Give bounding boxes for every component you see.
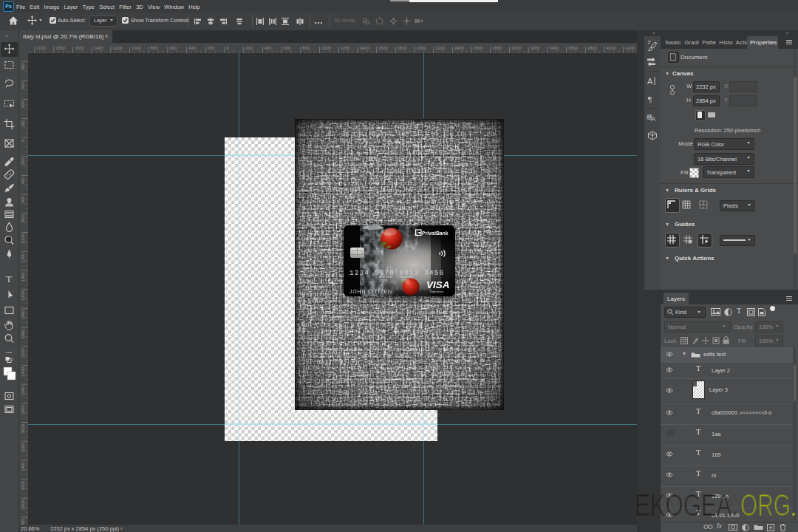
svg-text:1400: 1400: [359, 46, 369, 50]
svg-text:600: 600: [21, 82, 25, 89]
svg-text:200: 200: [245, 46, 253, 50]
svg-text:12/24: 12/24: [401, 279, 409, 282]
svg-text:1800: 1800: [398, 46, 407, 50]
svg-text:1234 5678 9012 3456: 1234 5678 9012 3456: [349, 268, 444, 276]
svg-text:1800: 1800: [55, 46, 65, 50]
svg-text:400: 400: [21, 177, 25, 185]
svg-text:T: T: [6, 273, 12, 284]
svg-text:Signature: Signature: [430, 290, 444, 293]
svg-text:3200: 3200: [21, 443, 25, 453]
svg-text:400: 400: [21, 101, 25, 109]
svg-text:1000: 1000: [21, 234, 25, 244]
svg-text:1200: 1200: [341, 46, 350, 50]
svg-text:3200: 3200: [531, 46, 540, 50]
svg-text:400: 400: [265, 46, 272, 50]
svg-text:A: A: [647, 77, 653, 86]
svg-text:4000: 4000: [607, 46, 616, 50]
svg-text:800: 800: [21, 64, 25, 71]
svg-text:2200: 2200: [21, 348, 25, 358]
svg-text:3400: 3400: [21, 462, 25, 471]
svg-text:1600: 1600: [21, 291, 25, 301]
svg-text:1000: 1000: [321, 46, 331, 50]
svg-text:EKOGEA.: EKOGEA.: [635, 487, 738, 522]
svg-text:3800: 3800: [21, 500, 25, 510]
svg-text:4000: 4000: [21, 519, 25, 525]
svg-text:800: 800: [302, 46, 310, 50]
svg-text:»: »: [5, 33, 8, 38]
svg-text:…: …: [6, 347, 13, 355]
svg-text:2000: 2000: [37, 46, 47, 50]
svg-text:800: 800: [151, 46, 158, 50]
svg-text:1200: 1200: [21, 253, 25, 263]
svg-text:0: 0: [227, 46, 229, 50]
svg-text:1800: 1800: [21, 310, 25, 320]
svg-text:2400: 2400: [21, 367, 25, 377]
svg-text:3600: 3600: [21, 481, 25, 491]
svg-text:1200: 1200: [112, 46, 122, 50]
svg-text:1000: 1000: [132, 46, 141, 50]
svg-text:4200: 4200: [625, 46, 635, 50]
svg-text:800: 800: [21, 215, 25, 222]
svg-text:200: 200: [21, 158, 25, 166]
svg-text:600: 600: [21, 197, 25, 204]
svg-text:1600: 1600: [378, 46, 388, 50]
svg-text:2400: 2400: [454, 46, 464, 50]
svg-text:1400: 1400: [21, 272, 25, 282]
svg-text:JOHN CITIZEN: JOHN CITIZEN: [349, 289, 392, 294]
svg-text:PrivatBank: PrivatBank: [422, 231, 449, 236]
svg-text:2000: 2000: [21, 330, 25, 339]
svg-text:A: A: [651, 115, 655, 123]
svg-text:2800: 2800: [21, 405, 25, 415]
svg-text:600: 600: [284, 46, 291, 50]
svg-text:¶: ¶: [648, 95, 652, 103]
svg-text:0: 0: [21, 140, 25, 142]
svg-text:ORG: ORG: [740, 487, 791, 522]
svg-text:3600: 3600: [568, 46, 578, 50]
svg-text:2000: 2000: [417, 46, 426, 50]
svg-text:12/20: 12/20: [380, 279, 388, 282]
svg-text:400: 400: [188, 46, 196, 50]
svg-text:200: 200: [21, 120, 25, 128]
svg-text:2600: 2600: [21, 386, 25, 396]
svg-text:3000: 3000: [21, 424, 25, 434]
svg-text:2200: 2200: [435, 46, 445, 50]
svg-text:1600: 1600: [75, 46, 84, 50]
svg-text:3000: 3000: [511, 46, 521, 50]
svg-text:600: 600: [169, 46, 177, 50]
svg-text:200: 200: [208, 46, 215, 50]
svg-text:2800: 2800: [492, 46, 502, 50]
svg-text:3400: 3400: [549, 46, 559, 50]
svg-text:1400: 1400: [94, 46, 103, 50]
svg-text:3800: 3800: [587, 46, 597, 50]
svg-text:2600: 2600: [474, 46, 483, 50]
